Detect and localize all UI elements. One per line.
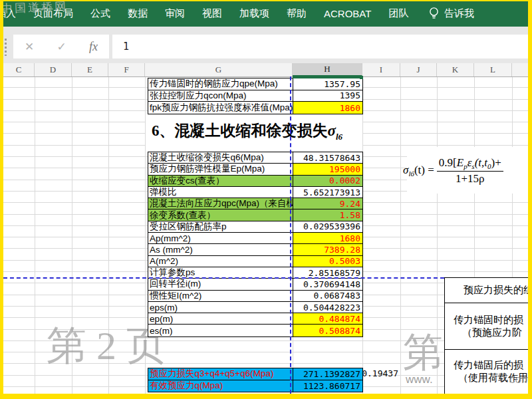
site-watermark: 中国道桥网 [1, 0, 68, 17]
cell-label[interactable]: 预应力损失q3+q4+q5+q6(Mpa) [148, 368, 293, 380]
cell-label[interactable]: es(m) [148, 325, 293, 336]
cell-label[interactable]: 计算参数ps [148, 267, 293, 278]
table-row: 徐变系数(查表）1.58 [148, 209, 362, 221]
cell-value[interactable]: 9.24 [293, 198, 362, 209]
cell-value[interactable]: 0.029539396 [293, 221, 362, 232]
gridline [400, 76, 401, 394]
cell-value[interactable]: 5.652173913 [293, 187, 362, 198]
cell-label[interactable]: eps(m) [148, 302, 293, 313]
table-row: 收缩应变cs(查表）0.0002 [148, 176, 362, 187]
cell-label[interactable]: 弹模比 [148, 187, 293, 198]
ribbon-tab[interactable]: 视图 [202, 7, 222, 20]
page-break-vertical [290, 76, 291, 394]
ribbon-tab[interactable]: 帮助 [287, 7, 307, 20]
column-header-G[interactable]: G [145, 63, 293, 76]
cell-value[interactable]: 1680 [293, 233, 362, 243]
table-row: 传力锚固时的钢筋应力qpe(Mpa)1357.95 [148, 78, 362, 90]
sigma-subscript: l6 [336, 132, 342, 142]
side-table-row[interactable]: 传力锚固时的损（预施应力阶 [445, 303, 528, 350]
cell-value[interactable]: 1395 [293, 90, 362, 102]
cell-extra-value[interactable]: 0.19437 [362, 368, 398, 379]
side-table-text: 预应力损失的组 [445, 284, 528, 297]
ribbon-tab[interactable]: 加载项 [239, 7, 269, 20]
cell-value[interactable]: 1357.95 [293, 78, 362, 90]
table-row: 混凝土法向压应力qpc(Mpa)（来自模9.24 [148, 198, 362, 209]
cell-value[interactable]: 0.504428223 [293, 302, 362, 313]
cell-label[interactable]: 惯性矩I(m^2) [148, 291, 293, 301]
ribbon: 插入页面布局公式数据审阅视图加载项帮助ACROBAT团队 告诉我 [0, 0, 532, 27]
column-header-H[interactable]: H [293, 63, 362, 76]
cell-label[interactable]: fpk预应力钢筋抗拉强度标准值(Mpa) [148, 102, 293, 114]
url-watermark-prefix: www. [406, 373, 433, 386]
section-title-text: 6、混凝土收缩和徐变损失 [152, 122, 328, 139]
table-row: Ap(mm^2)1680 [148, 233, 362, 244]
table-row: es(m)0.508874 [148, 325, 362, 336]
column-header-I[interactable]: I [362, 63, 400, 76]
cell-label[interactable]: 受拉区钢筋配筋率p [148, 221, 293, 232]
cell-value[interactable]: 271.1392827 [293, 368, 362, 380]
cell-label[interactable]: Ap(mm^2) [148, 233, 293, 243]
excel-window: 插入页面布局公式数据审阅视图加载项帮助ACROBAT团队 告诉我 中国道桥网 ✕… [0, 0, 532, 399]
cell-label[interactable]: ep(m) [148, 313, 293, 324]
formula-input[interactable]: 1 [112, 35, 532, 59]
cell-label[interactable]: 传力锚固时的钢筋应力qpe(Mpa) [148, 78, 293, 90]
column-header-K[interactable]: K [437, 63, 474, 76]
cell-label[interactable]: 张拉控制应力qcon(Mpa) [148, 90, 293, 102]
frame-right [528, 0, 532, 399]
ribbon-tab[interactable]: 数据 [128, 7, 148, 20]
table-row: 有效预应力q(Mpa)1123.860717 [148, 380, 362, 392]
formula-value: 1 [123, 41, 129, 53]
cell-value[interactable]: 2.85168579 [293, 267, 362, 278]
side-table-row[interactable]: 传力锚固后的损（使用荷载作用 [445, 350, 528, 394]
column-header-L[interactable]: L [474, 63, 512, 76]
ribbon-tab[interactable]: 审阅 [165, 7, 185, 20]
cell-value[interactable]: 0.484874 [293, 313, 362, 324]
column-header-C[interactable]: C [3, 63, 35, 76]
cell-value[interactable]: 1860 [293, 102, 362, 114]
table-row: 弹模比5.652173913 [148, 187, 362, 198]
column-headers: CDEFGHIJKL [3, 63, 528, 77]
cell-value[interactable]: 1.58 [293, 209, 362, 220]
cell-value[interactable]: 0.0002 [293, 176, 362, 186]
table-row: 回转半径i(m)0.370694148 [148, 279, 362, 290]
tell-me-control[interactable]: 告诉我 [429, 0, 474, 27]
cell-value[interactable]: 7389.28 [293, 244, 362, 255]
cell-label[interactable]: 收缩应变cs(查表） [148, 176, 293, 186]
cell-label[interactable]: 混凝土收缩徐变损失q6(Mpa) [148, 152, 293, 163]
table-row: 预应力钢筋弹性模量Ep(Mpa)195000 [148, 164, 362, 175]
cancel-icon[interactable]: ✕ [25, 40, 34, 54]
cell-value[interactable]: 0.508874 [293, 325, 362, 336]
cell-value[interactable]: 195000 [293, 164, 362, 174]
cell-label[interactable]: 徐变系数(查表） [148, 209, 293, 220]
column-header-D[interactable]: D [35, 63, 72, 76]
cell-value[interactable]: 0.370694148 [293, 279, 362, 289]
cell-label[interactable]: 回转半径i(m) [148, 279, 293, 289]
ribbon-tab[interactable]: 公式 [90, 7, 110, 20]
formula-bar-drag-handle[interactable] [5, 39, 7, 56]
cell-label[interactable]: 有效预应力q(Mpa) [148, 380, 293, 392]
side-table-row[interactable]: 预应力损失的组 [445, 278, 528, 303]
cell-label[interactable]: A(m^2) [148, 256, 293, 267]
cell-label[interactable]: As (mm^2) [148, 244, 293, 255]
insert-function-icon[interactable]: fx [89, 40, 98, 54]
column-header-F[interactable]: F [108, 63, 145, 76]
cell-value[interactable]: 0.5003 [293, 256, 362, 267]
selection-fill-handle[interactable] [360, 76, 363, 79]
confirm-icon[interactable]: ✓ [57, 40, 66, 54]
side-table-text: 传力锚固后的损 [445, 359, 528, 372]
table-row: 混凝土收缩徐变损失q6(Mpa)48.31578643 [148, 152, 362, 164]
cell-label[interactable]: 预应力钢筋弹性模量Ep(Mpa) [148, 164, 293, 174]
frame-bottom [0, 394, 532, 399]
cell-value[interactable]: 1123.860717 [293, 380, 362, 392]
table-bottom: 预应力损失q3+q4+q5+q6(Mpa)271.1392827有效预应力q(M… [148, 368, 363, 392]
page-break-horizontal [3, 277, 444, 279]
cell-label[interactable]: 混凝土法向压应力qpc(Mpa)（来自模 [148, 198, 293, 209]
column-header-E[interactable]: E [72, 63, 108, 76]
table-row: 惯性矩I(m^2)0.0687483 [148, 291, 362, 302]
ribbon-tab[interactable]: 团队 [388, 7, 408, 20]
ribbon-tab[interactable]: ACROBAT [324, 8, 371, 19]
cell-value[interactable]: 0.0687483 [293, 291, 362, 301]
column-header-J[interactable]: J [400, 63, 437, 76]
table-row: A(m^2)0.5003 [148, 256, 362, 267]
cell-value[interactable]: 48.31578643 [293, 152, 362, 163]
